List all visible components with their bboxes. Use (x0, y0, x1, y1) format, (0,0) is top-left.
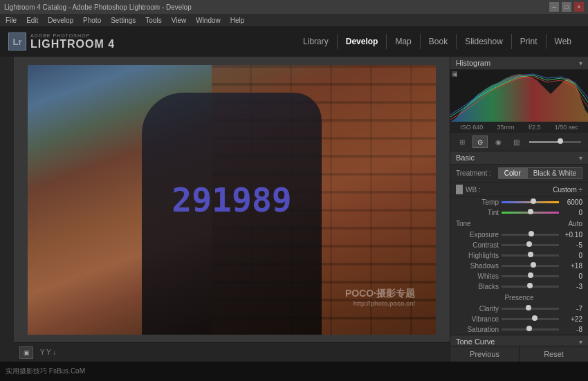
exposure-value: +0.10 (562, 231, 582, 239)
menu-develop[interactable]: Develop (48, 17, 73, 24)
highlights-label: Highlights (456, 252, 499, 259)
tab-slideshow[interactable]: Slideshow (457, 34, 512, 49)
menu-tools[interactable]: Tools (145, 17, 161, 24)
coordinates-label: Y Y ↓ (40, 349, 56, 356)
clarity-slider[interactable] (502, 308, 559, 310)
presence-header: Presence (450, 292, 588, 304)
basic-header: Basic ▾ (450, 151, 588, 165)
clarity-label: Clarity (456, 305, 499, 313)
highlights-value: 0 (562, 252, 582, 259)
histogram-canvas: ◀ (450, 70, 588, 122)
tone-curve-header: Tone Curve ▾ (450, 335, 588, 346)
iso-value: ISO 640 (460, 124, 483, 131)
maximize-button[interactable]: □ (562, 2, 571, 12)
app-name: LIGHTROOM 4 (30, 38, 115, 50)
reset-button[interactable]: Reset (520, 346, 588, 362)
tab-print[interactable]: Print (512, 34, 546, 49)
shutter-value: 1/50 sec (555, 124, 578, 131)
app-header: Lr ADOBE PHOTOSHOP LIGHTROOM 4 Library D… (0, 26, 588, 57)
tab-develop[interactable]: Develop (338, 34, 387, 49)
basic-arrow[interactable]: ▾ (579, 154, 582, 162)
window-controls: – □ × (549, 2, 584, 12)
blacks-value: -3 (562, 283, 582, 290)
tone-label: Tone (456, 220, 471, 227)
blacks-slider[interactable] (502, 286, 559, 288)
menu-view[interactable]: View (172, 17, 187, 24)
tint-slider[interactable] (502, 212, 559, 214)
basic-panel: Basic ▾ Treatment : Color Black & White … (450, 151, 588, 346)
filmstrip-toggle[interactable]: ▣ (19, 346, 33, 359)
logo-area: Lr ADOBE PHOTOSHOP LIGHTROOM 4 (8, 32, 115, 50)
temp-label: Temp (456, 198, 499, 206)
blacks-slider-row: Blacks -3 (450, 281, 588, 292)
histogram-info: ISO 640 35mm f/2.5 1/50 sec (450, 122, 588, 133)
tab-web[interactable]: Web (546, 34, 580, 49)
aperture-value: f/2.5 (529, 124, 541, 131)
previous-button[interactable]: Previous (450, 346, 520, 362)
photo-container: 291989 POCO·摄影专题 http://photo.poco.cn/ (28, 65, 436, 335)
photo-area: 291989 POCO·摄影专题 http://photo.poco.cn/ (14, 57, 450, 342)
whites-slider[interactable] (502, 275, 559, 277)
bottom-strip: 实用摄影技巧 FsBus.CoM (0, 362, 588, 381)
focal-value: 35mm (497, 124, 515, 131)
tool-slider[interactable] (529, 141, 581, 143)
vibrance-slider[interactable] (502, 318, 559, 320)
gradient-tool[interactable]: ▨ (508, 136, 524, 148)
minimize-button[interactable]: – (549, 2, 559, 12)
exposure-slider[interactable] (502, 234, 559, 236)
temp-value: 6000 (562, 198, 582, 206)
highlights-slider-row: Highlights 0 (450, 250, 588, 261)
bw-button[interactable]: Black & White (527, 167, 582, 179)
window-title: Lightroom 4 Catalog - Adobe Photoshop Li… (4, 3, 192, 11)
menu-help[interactable]: Help (230, 17, 245, 24)
wb-value[interactable]: Custom ÷ (553, 186, 582, 194)
whites-slider-row: Whites 0 (450, 271, 588, 281)
tone-auto-button[interactable]: Auto (568, 220, 582, 227)
histogram-section: Histogram ▾ (450, 57, 588, 133)
tint-slider-row: Tint 0 (450, 207, 588, 218)
color-button[interactable]: Color (498, 167, 527, 179)
person-silhouette (142, 93, 322, 335)
tone-curve-arrow[interactable]: ▾ (579, 338, 582, 346)
logo-text: ADOBE PHOTOSHOP LIGHTROOM 4 (30, 33, 115, 50)
wb-picker-icon[interactable] (456, 185, 463, 194)
tab-map[interactable]: Map (387, 34, 420, 49)
tab-book[interactable]: Book (421, 34, 457, 49)
spot-removal-tool[interactable]: ⊙ (472, 136, 488, 148)
menu-settings[interactable]: Settings (111, 17, 136, 24)
redeye-tool[interactable]: ◉ (490, 136, 506, 148)
tab-library[interactable]: Library (295, 34, 338, 49)
menu-photo[interactable]: Photo (83, 17, 101, 24)
basic-label: Basic (456, 154, 475, 162)
shadows-slider[interactable] (502, 265, 559, 267)
histogram-label: Histogram (456, 59, 490, 67)
contrast-label: Contrast (456, 241, 499, 249)
shadows-label: Shadows (456, 262, 499, 270)
menu-window[interactable]: Window (196, 17, 221, 24)
contrast-value: -5 (562, 241, 582, 249)
panel-bottom-buttons: Previous Reset (450, 346, 588, 362)
saturation-slider-row: Saturation -8 (450, 324, 588, 335)
clarity-slider-row: Clarity -7 (450, 304, 588, 314)
menu-file[interactable]: File (6, 17, 17, 24)
menu-edit[interactable]: Edit (26, 17, 38, 24)
histogram-arrow[interactable]: ▾ (579, 59, 582, 67)
clarity-value: -7 (562, 305, 582, 313)
crop-tool[interactable]: ⊞ (454, 136, 470, 148)
exposure-label: Exposure (456, 231, 499, 239)
tint-label: Tint (456, 209, 499, 216)
tint-value: 0 (562, 209, 582, 216)
left-panel (0, 57, 14, 362)
saturation-slider[interactable] (502, 328, 559, 331)
vibrance-slider-row: Vibrance +22 (450, 314, 588, 324)
photo-background (28, 65, 436, 335)
temp-slider[interactable] (502, 201, 559, 203)
close-button[interactable]: × (574, 2, 584, 12)
highlights-slider[interactable] (502, 254, 559, 257)
treatment-row: Treatment : Color Black & White (450, 165, 588, 183)
contrast-slider[interactable] (502, 244, 559, 246)
presence-label: Presence (504, 294, 533, 301)
shadows-slider-row: Shadows +18 (450, 261, 588, 271)
bottom-toolbar: ▣ Y Y ↓ (14, 342, 450, 362)
saturation-label: Saturation (456, 326, 499, 333)
